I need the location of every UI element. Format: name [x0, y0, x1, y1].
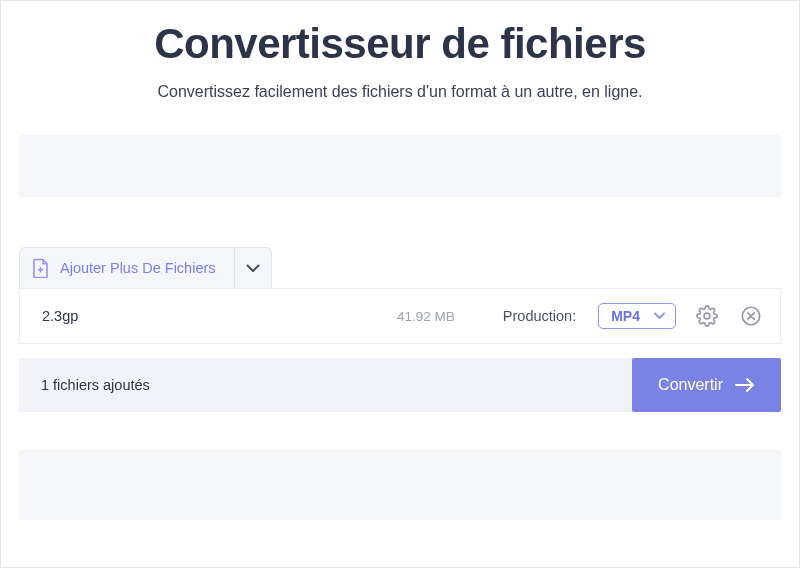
file-plus-icon [32, 258, 50, 278]
close-circle-icon [740, 305, 762, 327]
chevron-down-icon [654, 312, 665, 320]
page-title: Convertisseur de fichiers [9, 19, 791, 69]
converter-page: Convertisseur de fichiers Convertissez f… [0, 0, 800, 568]
output-label: Production: [503, 308, 576, 324]
ad-placeholder-top [19, 135, 781, 197]
add-files-label: Ajouter Plus De Fichiers [60, 260, 216, 276]
file-name: 2.3gp [42, 308, 307, 324]
files-added-status: 1 fichiers ajoutés [19, 358, 632, 412]
gear-icon [696, 305, 718, 327]
file-row: 2.3gp 41.92 MB Production: MP4 [19, 288, 781, 344]
convert-button[interactable]: Convertir [632, 358, 781, 412]
ad-placeholder-bottom [19, 450, 781, 520]
chevron-down-icon [246, 264, 260, 273]
add-files-tab: Ajouter Plus De Fichiers [19, 247, 272, 288]
format-select[interactable]: MP4 [598, 303, 676, 329]
page-subtitle: Convertissez facilement des fichiers d'u… [9, 83, 791, 101]
convert-label: Convertir [658, 376, 723, 394]
format-value: MP4 [611, 308, 640, 324]
remove-file-button[interactable] [738, 303, 764, 329]
converter-panel: Ajouter Plus De Fichiers 2.3gp 41.92 MB … [19, 247, 781, 412]
add-files-dropdown[interactable] [235, 248, 271, 288]
arrow-right-icon [735, 377, 755, 393]
add-files-button[interactable]: Ajouter Plus De Fichiers [20, 248, 235, 288]
panel-footer: 1 fichiers ajoutés Convertir [19, 358, 781, 412]
file-size: 41.92 MB [325, 309, 455, 324]
svg-point-0 [704, 313, 710, 319]
settings-button[interactable] [694, 303, 720, 329]
